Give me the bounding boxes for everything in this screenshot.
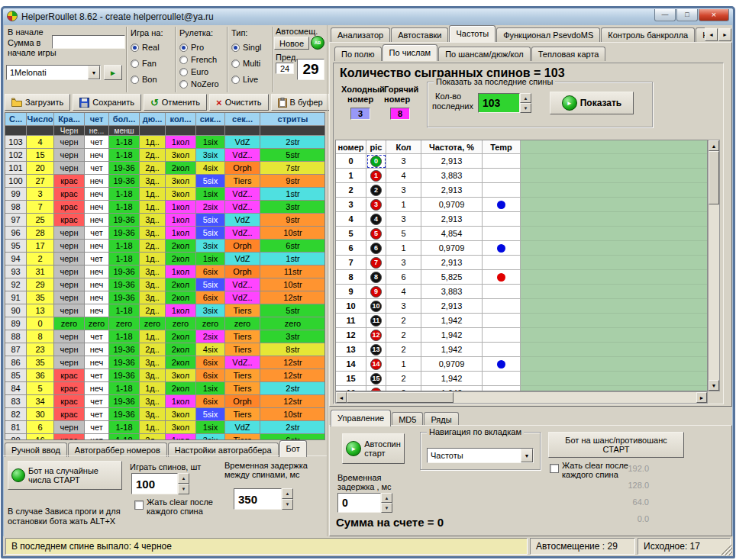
spin-delay-spinner[interactable]: 350 ▲ ▼ [234, 488, 293, 510]
load-button[interactable]: Загрузить [5, 94, 70, 111]
random-bot-start-button[interactable]: Бот на случайные числа СТАРТ [8, 461, 122, 490]
radio-nozero[interactable]: NoZero [179, 79, 224, 89]
tab-по-шансам-дюж-кол[interactable]: По шансам/дюж/кол [438, 47, 531, 61]
tab-тепловая-карта[interactable]: Тепловая карта [531, 47, 606, 61]
tab-управление[interactable]: Управление [331, 410, 391, 426]
vertical-scrollbar[interactable]: ▲ ▼ [708, 140, 720, 391]
radio-multi[interactable]: Multi [231, 59, 270, 68]
frequency-row[interactable]: 1143,883 [336, 169, 707, 183]
tab-navigation-combobox[interactable]: Частоты ▼ [427, 448, 534, 463]
number-pic-cell[interactable]: 15 [366, 372, 386, 386]
spins-count-spinner[interactable]: 100 ▲ ▼ [131, 473, 189, 494]
frequency-row[interactable]: 131321,942 [336, 343, 707, 357]
tab-бот[interactable]: Бот [279, 440, 307, 457]
scroll-up-icon[interactable]: ▲ [709, 140, 719, 151]
bot-clear-checkbox[interactable] [134, 500, 144, 510]
spinner-up-icon[interactable]: ▲ [178, 473, 189, 484]
spinner-down-icon[interactable]: ▼ [520, 103, 531, 113]
history-table[interactable]: С...ЧислоКра...четбол...дю...кол...сик..… [5, 112, 325, 440]
spinner-up-icon[interactable]: ▲ [381, 493, 392, 503]
autoshift-new-button[interactable]: Новое [274, 37, 309, 50]
number-pic-cell[interactable]: 3 [366, 198, 386, 212]
scrollbar-thumb[interactable] [347, 392, 454, 403]
scroll-left-icon[interactable]: ◄ [336, 392, 347, 403]
tab-функционал-psevdoms[interactable]: Функционал PsevdoMS [496, 27, 600, 42]
frequency-row[interactable]: 7732,913 [336, 256, 707, 270]
tab-scroll-right-icon[interactable]: ► [718, 28, 731, 41]
copy-buffer-button[interactable]: В буфер [271, 94, 330, 111]
maximize-button[interactable]: □ [676, 9, 698, 21]
combo-dropdown-icon[interactable]: ▼ [88, 66, 100, 79]
scrollbar-thumb[interactable] [709, 151, 719, 204]
number-pic-cell[interactable]: 0 [366, 154, 386, 169]
tab-частоты[interactable]: Частоты [449, 25, 496, 42]
tab-по-полю[interactable]: По полю [334, 47, 382, 61]
radio-euro[interactable]: Euro [179, 67, 224, 76]
minimize-button[interactable]: — [654, 9, 676, 21]
spinner-down-icon[interactable]: ▼ [381, 503, 392, 513]
save-button[interactable]: Сохранить [73, 94, 141, 111]
frequency-row[interactable]: 141410,9709 [336, 357, 707, 372]
number-pic-cell[interactable]: 5 [366, 227, 386, 241]
number-pic-cell[interactable]: 9 [366, 285, 386, 299]
frequency-row[interactable]: 6610,9709 [336, 241, 707, 256]
radio-bon[interactable]: Bon [131, 75, 173, 84]
spinner-up-icon[interactable]: ▲ [282, 488, 293, 499]
number-pic-cell[interactable]: 13 [366, 343, 386, 357]
last-count-spinner[interactable]: 103 ▲ ▼ [478, 93, 531, 113]
number-pic-cell[interactable]: 16 [366, 386, 386, 391]
number-pic-cell[interactable]: 8 [366, 270, 386, 285]
number-pic-cell[interactable]: 11 [366, 314, 386, 328]
play-preset-button[interactable]: ► [104, 65, 122, 80]
spinner-down-icon[interactable]: ▼ [178, 484, 189, 494]
chance-bot-start-button[interactable]: Бот на шанс/противошансСТАРТ [548, 432, 684, 458]
control-clear-checkbox[interactable] [550, 464, 559, 473]
number-pic-cell[interactable]: 4 [366, 212, 386, 227]
tab-колесо[interactable]: Колесо [696, 27, 705, 42]
frequency-row[interactable]: 9943,883 [336, 285, 707, 299]
radio-live[interactable]: Live [231, 75, 270, 84]
tab-scroll-left-icon[interactable]: ◄ [705, 28, 718, 41]
spinner-down-icon[interactable]: ▼ [282, 499, 293, 510]
number-pic-cell[interactable]: 12 [366, 328, 386, 343]
clear-button[interactable]: × Очистить [209, 94, 268, 111]
frequency-row[interactable]: 101032,913 [336, 299, 707, 314]
radio-pro[interactable]: Pro [179, 43, 224, 52]
radio-french[interactable]: French [179, 55, 224, 64]
number-pic-cell[interactable]: 1 [366, 169, 386, 183]
scrollbar-track[interactable] [709, 151, 719, 380]
title-bar[interactable]: HelperRoullet 8.62 - create helperroulle… [3, 8, 733, 25]
tab-контроль-банкролла[interactable]: Контроль банкролла [601, 27, 695, 42]
number-pic-cell[interactable]: 2 [366, 183, 386, 198]
frequency-row[interactable]: 3310,9709 [336, 198, 707, 212]
radio-singl[interactable]: Singl [231, 43, 270, 52]
radio-real[interactable]: Real [131, 43, 173, 52]
number-pic-cell[interactable]: 14 [366, 357, 386, 372]
start-amount-input[interactable] [52, 35, 125, 49]
resize-grip[interactable] [721, 545, 732, 555]
horizontal-scrollbar[interactable]: ◄ ► [335, 391, 708, 404]
autospin-start-button[interactable]: ► Автоспинстарт [342, 433, 405, 464]
scroll-right-icon[interactable]: ► [696, 392, 707, 403]
scroll-down-icon[interactable]: ▼ [709, 380, 719, 391]
show-button[interactable]: ► Показать [550, 92, 634, 114]
radio-fan[interactable]: Fan [131, 59, 173, 68]
tab-автоставки[interactable]: Автоставки [391, 27, 448, 42]
frequency-row[interactable]: 161621,942 [336, 386, 707, 391]
frequency-row[interactable]: 111121,942 [336, 314, 707, 328]
number-pic-cell[interactable]: 10 [366, 299, 386, 314]
delay-spinner[interactable]: 0 ▲ ▼ [337, 493, 392, 513]
undo-button[interactable]: ↺ Отменить [144, 94, 207, 111]
frequency-table[interactable]: номерpicКолЧастота, %Temp0032,9131143,88… [335, 140, 708, 391]
frequency-row[interactable]: 8865,825 [336, 270, 707, 285]
tab-анализатор[interactable]: Анализатор [331, 27, 390, 42]
number-pic-cell[interactable]: 6 [366, 241, 386, 256]
scrollbar-track[interactable] [347, 392, 696, 403]
frequency-row[interactable]: 5554,854 [336, 227, 707, 241]
frequency-row[interactable]: 0032,913 [336, 154, 707, 169]
frequency-row[interactable]: 151521,942 [336, 372, 707, 386]
spinner-up-icon[interactable]: ▲ [520, 93, 531, 103]
number-pic-cell[interactable]: 7 [366, 256, 386, 270]
preset-combobox[interactable]: 1Melonati ▼ [6, 65, 101, 80]
tab-по-числам[interactable]: По числам [383, 44, 438, 61]
